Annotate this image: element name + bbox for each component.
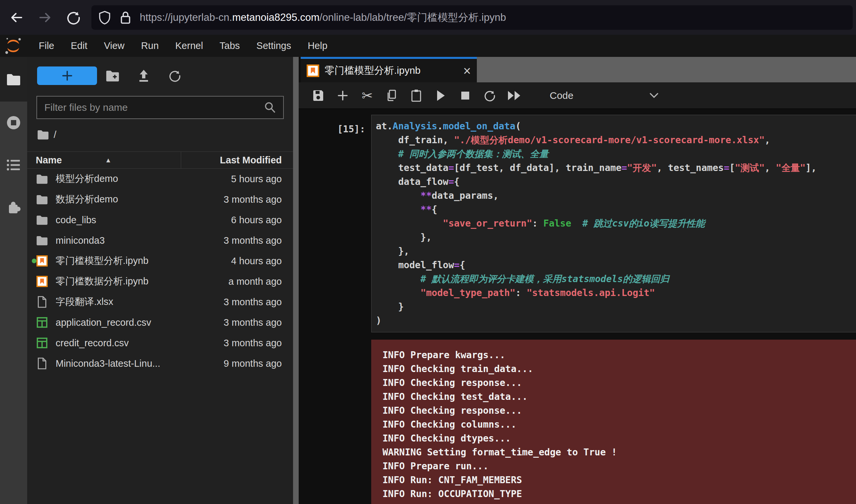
running-indicator-dot (32, 258, 36, 263)
notebook-icon (36, 255, 48, 267)
tab-bar: 零门槛模型分析.ipynb × (299, 57, 856, 82)
sidebar-item-file-browser[interactable] (0, 57, 27, 102)
search-icon (263, 101, 276, 114)
notebook-icon (36, 276, 48, 287)
code-line: "save_or_return": False # 跳过csv的io读写提升性能 (376, 217, 856, 231)
file-browser-toolbar (27, 66, 293, 85)
stop-kernel-button[interactable] (453, 86, 478, 106)
jupyterlab-menubar: FileEditViewRunKernelTabsSettingsHelp (0, 35, 856, 57)
log-line: INFO Prepare kwargs... (382, 348, 856, 362)
file-row[interactable]: miniconda33 months ago (27, 230, 293, 251)
menu-help[interactable]: Help (299, 35, 336, 57)
upload-button[interactable] (128, 69, 159, 82)
menu-tabs[interactable]: Tabs (211, 35, 248, 57)
back-icon[interactable] (5, 6, 29, 30)
notebook-content: [15]: at.Analysis.model_on_data( df_trai… (299, 110, 856, 504)
file-modified: 9 months ago (224, 358, 293, 369)
sidebar-item-running[interactable] (0, 102, 27, 144)
file-list-header: Name ▲ Last Modified (27, 151, 293, 169)
file-row[interactable]: code_libs6 hours ago (27, 210, 293, 230)
new-launcher-button[interactable] (37, 67, 97, 85)
save-button[interactable] (306, 86, 330, 106)
file-name: 零门槛模型分析.ipynb (56, 254, 231, 268)
column-header-last-modified[interactable]: Last Modified (181, 152, 293, 168)
close-icon[interactable]: × (463, 64, 471, 77)
left-activity-bar (0, 57, 27, 504)
reload-icon[interactable] (62, 6, 85, 30)
new-folder-button[interactable] (97, 70, 128, 82)
menu-file[interactable]: File (31, 35, 63, 57)
refresh-button[interactable] (159, 69, 190, 82)
forward-icon[interactable] (33, 6, 57, 30)
copy-cells-button[interactable] (379, 86, 404, 106)
file-name: code_libs (56, 215, 231, 226)
code-line: df_train, "./模型分析demo/v1-scorecard-more/… (376, 133, 856, 147)
cut-cells-button[interactable]: ✂ (355, 86, 379, 106)
file-row[interactable]: 零门槛模型分析.ipynb4 hours ago (27, 251, 293, 271)
sidebar-item-toc[interactable] (0, 144, 27, 186)
cell-type-dropdown[interactable]: Code (550, 90, 659, 101)
panel-splitter[interactable] (293, 57, 299, 504)
chevron-down-icon (649, 92, 659, 99)
file-modified: 3 months ago (224, 296, 293, 308)
fast-forward-icon (507, 90, 521, 101)
folder-icon (36, 215, 48, 225)
file-list: 模型分析demo5 hours ago数据分析demo3 months agoc… (27, 169, 293, 374)
restart-kernel-button[interactable] (478, 86, 502, 106)
puzzle-icon (6, 200, 21, 215)
paste-cells-button[interactable] (404, 86, 428, 106)
file-modified: a month ago (228, 276, 293, 287)
folder-icon (36, 235, 48, 246)
menu-view[interactable]: View (96, 35, 133, 57)
folder-icon (36, 174, 48, 184)
url-bar[interactable]: https://jupyterlab-cn.metanoia8295.com/o… (91, 5, 853, 30)
code-line: } (376, 300, 856, 314)
new-folder-icon (106, 70, 120, 82)
file-modified: 4 hours ago (231, 256, 293, 267)
code-editor[interactable]: at.Analysis.model_on_data( df_train, "./… (371, 115, 856, 332)
stop-circle-icon (6, 115, 21, 130)
menu-edit[interactable]: Edit (63, 35, 96, 57)
code-line: **data_params, (376, 189, 856, 203)
file-row[interactable]: application_record.csv3 months ago (27, 312, 293, 333)
upload-icon (137, 69, 150, 82)
shield-icon[interactable] (98, 10, 111, 25)
filter-files-input[interactable] (37, 102, 257, 113)
column-header-name[interactable]: Name ▲ (27, 155, 181, 166)
main-dock-panel: 零门槛模型分析.ipynb × ✂ (299, 57, 856, 504)
file-name: 字段翻译.xlsx (56, 295, 224, 309)
file-icon (36, 358, 48, 370)
file-row[interactable]: credit_record.csv3 months ago (27, 333, 293, 353)
code-line: }, (376, 231, 856, 245)
run-cell-button[interactable] (428, 86, 453, 106)
sidebar-item-extensions[interactable] (0, 186, 27, 229)
copy-icon (386, 89, 398, 102)
menu-settings[interactable]: Settings (248, 35, 299, 57)
screen: https://jupyterlab-cn.metanoia8295.com/o… (0, 0, 856, 504)
code-line: }, (376, 245, 856, 258)
tab-title: 零门槛模型分析.ipynb (325, 64, 421, 77)
refresh-icon (168, 69, 182, 82)
restart-run-all-button[interactable] (502, 86, 527, 106)
menu-kernel[interactable]: Kernel (167, 35, 211, 57)
save-icon (312, 89, 325, 102)
notebook-tab[interactable]: 零门槛模型分析.ipynb × (301, 57, 477, 82)
menu-run[interactable]: Run (133, 35, 167, 57)
file-modified: 6 hours ago (231, 215, 293, 226)
url-text: https://jupyterlab-cn.metanoia8295.com/o… (140, 11, 506, 24)
file-row[interactable]: 字段翻译.xlsx3 months ago (27, 292, 293, 312)
file-row[interactable]: 数据分析demo3 months ago (27, 189, 293, 210)
breadcrumb-root[interactable]: / (54, 129, 56, 140)
file-modified: 3 months ago (224, 235, 293, 246)
cell-output: INFO Prepare kwargs...INFO Checking trai… (371, 340, 856, 504)
file-row[interactable]: Miniconda3-latest-Linu...9 months ago (27, 353, 293, 374)
add-cell-button[interactable] (330, 86, 355, 106)
file-browser-panel: / Name ▲ Last Modified 模型分析demo5 hours a… (27, 57, 293, 504)
file-icon (37, 296, 47, 308)
file-icon (37, 358, 47, 370)
file-row[interactable]: 模型分析demo5 hours ago (27, 169, 293, 189)
file-row[interactable]: 零门槛数据分析.ipynba month ago (27, 271, 293, 292)
folder-icon (36, 235, 48, 246)
lock-icon[interactable] (120, 10, 131, 25)
breadcrumb[interactable]: / (37, 129, 56, 140)
